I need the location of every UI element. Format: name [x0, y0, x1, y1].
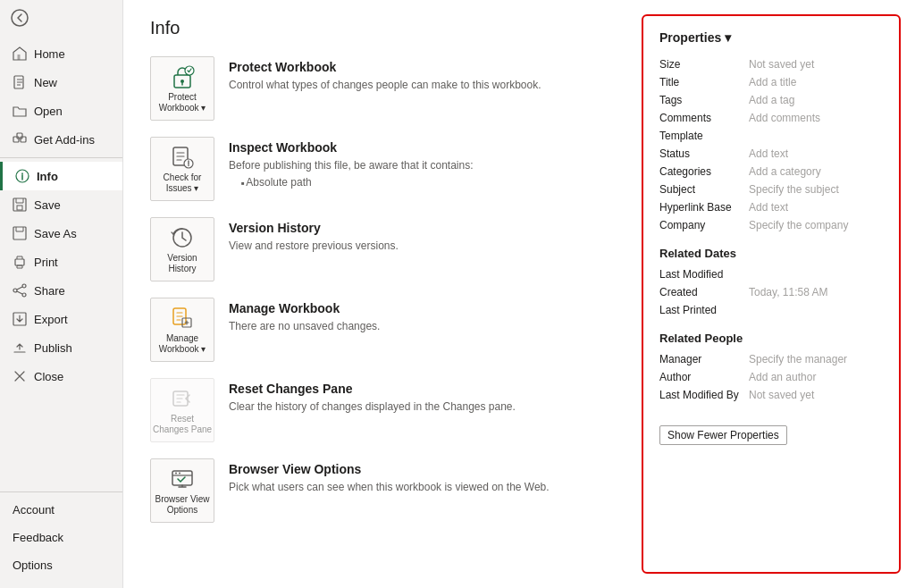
svg-rect-10 — [15, 259, 24, 265]
sidebar-item-open[interactable]: Open — [0, 97, 122, 125]
property-value[interactable]: Specify the subject — [749, 181, 883, 198]
svg-rect-3 — [13, 137, 19, 142]
property-row: CommentsAdd comments — [659, 109, 883, 127]
properties-title: Properties ▾ — [659, 30, 883, 45]
related-people-title: Related People — [659, 332, 883, 345]
action-icon-manage-workbook[interactable]: ManageWorkbook ▾ — [150, 298, 214, 362]
page-title: Info — [150, 18, 615, 38]
property-row: Last Modified ByNot saved yet — [659, 386, 883, 404]
sidebar-label-info: Info — [37, 170, 58, 183]
show-fewer-button[interactable]: Show Fewer Properties — [659, 425, 787, 445]
property-value[interactable]: Add text — [749, 145, 883, 163]
svg-rect-8 — [17, 206, 22, 210]
property-label: Created — [659, 283, 749, 301]
sidebar-item-save[interactable]: Save — [0, 190, 122, 219]
sidebar-item-info[interactable]: Info — [0, 162, 122, 190]
sidebar-item-feedback[interactable]: Feedback — [0, 524, 122, 551]
action-text-browser-view-options: Browser View OptionsPick what users can … — [229, 458, 615, 495]
action-icon-reset-changes-pane: ResetChanges Pane — [150, 378, 214, 442]
related-people-table: ManagerSpecify the managerAuthorAdd an a… — [659, 350, 883, 404]
sidebar-label-close: Close — [34, 370, 63, 383]
action-text-protect-workbook: Protect WorkbookControl what types of ch… — [229, 56, 615, 93]
action-icon-version-history[interactable]: VersionHistory — [150, 217, 214, 281]
back-button[interactable] — [0, 0, 122, 36]
property-label: Last Modified — [659, 265, 749, 283]
action-text-version-history: Version HistoryView and restore previous… — [229, 217, 615, 254]
property-label: Subject — [659, 181, 749, 198]
action-title-check-issues: Inspect Workbook — [229, 140, 615, 155]
property-value[interactable]: Specify the manager — [749, 350, 883, 368]
property-value[interactable]: Add comments — [749, 109, 883, 127]
sidebar-item-addins[interactable]: Get Add-ins — [0, 125, 122, 154]
sidebar: Home New Open Get Add-ins Info Save Save… — [0, 0, 123, 588]
action-text-reset-changes-pane: Reset Changes PaneClear the history of c… — [229, 378, 615, 415]
sidebar-item-print[interactable]: Print — [0, 248, 122, 276]
sidebar-label-options: Options — [13, 559, 53, 572]
action-title-reset-changes-pane: Reset Changes Pane — [229, 382, 615, 396]
sidebar-item-share[interactable]: Share — [0, 276, 122, 305]
property-label: Size — [659, 55, 749, 73]
action-browser-view-options: Browser ViewOptionsBrowser View OptionsP… — [150, 458, 615, 523]
sidebar-item-publish[interactable]: Publish — [0, 333, 122, 362]
action-title-browser-view-options: Browser View Options — [229, 462, 615, 476]
related-dates-title: Related Dates — [659, 247, 883, 260]
sidebar-item-home[interactable]: Home — [0, 39, 122, 68]
property-label: Title — [659, 73, 749, 91]
property-row: TitleAdd a title — [659, 73, 883, 91]
property-row: Template — [659, 127, 883, 145]
property-value[interactable]: Add an author — [749, 368, 883, 386]
action-desc-reset-changes-pane: Clear the history of changes displayed i… — [229, 399, 615, 415]
related-dates-table: Last ModifiedCreatedToday, 11:58 AMLast … — [659, 265, 883, 319]
property-label: Tags — [659, 91, 749, 109]
property-label: Last Printed — [659, 301, 749, 319]
sidebar-label-feedback: Feedback — [13, 531, 63, 544]
property-row: Last Modified — [659, 265, 883, 283]
property-label: Comments — [659, 109, 749, 127]
center-panel: Info ProtectWorkbook ▾Protect WorkbookCo… — [123, 0, 642, 588]
property-value[interactable]: Specify the company — [749, 216, 883, 234]
property-label: Company — [659, 216, 749, 234]
property-label: Template — [659, 127, 749, 145]
sidebar-item-close[interactable]: Close — [0, 362, 122, 391]
property-row: TagsAdd a tag — [659, 91, 883, 109]
property-label: Hyperlink Base — [659, 198, 749, 216]
action-desc-protect-workbook: Control what types of changes people can… — [229, 78, 615, 93]
sidebar-label-publish: Publish — [34, 341, 72, 355]
property-row: AuthorAdd an author — [659, 368, 883, 386]
action-icon-protect-workbook[interactable]: ProtectWorkbook ▾ — [150, 56, 214, 121]
property-value[interactable]: Today, 11:58 AM — [749, 283, 883, 301]
property-value[interactable]: Add a title — [749, 73, 883, 91]
properties-panel: Properties ▾ SizeNot saved yetTitleAdd a… — [642, 14, 901, 574]
action-check-issues: Check forIssues ▾Inspect WorkbookBefore … — [150, 137, 615, 201]
property-row: SizeNot saved yet — [659, 55, 883, 73]
sidebar-item-options[interactable]: Options — [0, 551, 122, 579]
sidebar-item-export[interactable]: Export — [0, 305, 122, 333]
svg-point-25 — [175, 472, 177, 474]
sidebar-item-account[interactable]: Account — [0, 496, 122, 524]
action-icon-check-issues[interactable]: Check forIssues ▾ — [150, 137, 214, 201]
sidebar-label-export: Export — [34, 313, 68, 326]
sidebar-label-new: New — [34, 76, 57, 89]
action-icon-browser-view-options[interactable]: Browser ViewOptions — [150, 458, 214, 523]
sidebar-bottom: Account Feedback Options — [0, 488, 122, 588]
properties-table: SizeNot saved yetTitleAdd a titleTagsAdd… — [659, 55, 883, 234]
property-value — [749, 265, 883, 283]
svg-rect-7 — [13, 198, 26, 211]
action-text-manage-workbook: Manage WorkbookThere are no unsaved chan… — [229, 298, 615, 334]
action-bullet-check-issues: Absolute path — [229, 176, 615, 189]
property-row: SubjectSpecify the subject — [659, 181, 883, 198]
action-version-history: VersionHistoryVersion HistoryView and re… — [150, 217, 615, 281]
sidebar-item-new[interactable]: New — [0, 68, 122, 97]
action-protect-workbook: ProtectWorkbook ▾Protect WorkbookControl… — [150, 56, 615, 121]
action-title-manage-workbook: Manage Workbook — [229, 301, 615, 315]
action-manage-workbook: ManageWorkbook ▾Manage WorkbookThere are… — [150, 298, 615, 362]
property-label: Manager — [659, 350, 749, 368]
property-value[interactable]: Add a tag — [749, 91, 883, 109]
svg-point-0 — [12, 10, 28, 26]
svg-point-26 — [179, 472, 180, 474]
sidebar-item-save-as[interactable]: Save As — [0, 219, 122, 248]
property-label: Last Modified By — [659, 386, 749, 404]
property-label: Author — [659, 368, 749, 386]
property-value[interactable]: Add text — [749, 198, 883, 216]
property-value[interactable]: Add a category — [749, 163, 883, 181]
